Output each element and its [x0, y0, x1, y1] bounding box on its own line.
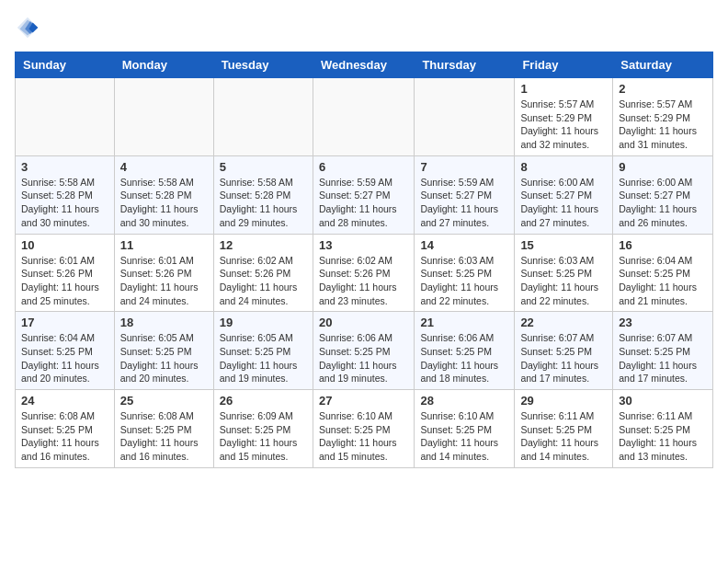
- day-info: Sunrise: 6:09 AM Sunset: 5:25 PM Dayligh…: [220, 409, 307, 464]
- day-number: 3: [21, 160, 108, 174]
- calendar-cell: 24Sunrise: 6:08 AM Sunset: 5:25 PM Dayli…: [16, 390, 115, 468]
- day-number: 29: [520, 394, 607, 408]
- day-info: Sunrise: 6:07 AM Sunset: 5:25 PM Dayligh…: [520, 331, 607, 385]
- day-info: Sunrise: 6:03 AM Sunset: 5:25 PM Dayligh…: [420, 254, 508, 308]
- day-number: 28: [420, 394, 508, 408]
- calendar-cell: 11Sunrise: 6:01 AM Sunset: 5:26 PM Dayli…: [114, 234, 213, 312]
- day-number: 16: [619, 238, 707, 252]
- day-header-saturday: Saturday: [613, 52, 713, 78]
- calendar-header-row: SundayMondayTuesdayWednesdayThursdayFrid…: [16, 52, 713, 78]
- day-info: Sunrise: 6:00 AM Sunset: 5:27 PM Dayligh…: [619, 176, 707, 230]
- calendar-table: SundayMondayTuesdayWednesdayThursdayFrid…: [15, 52, 713, 468]
- calendar-cell: 4Sunrise: 5:58 AM Sunset: 5:28 PM Daylig…: [114, 155, 213, 234]
- day-info: Sunrise: 6:06 AM Sunset: 5:25 PM Dayligh…: [319, 331, 408, 385]
- day-number: 27: [319, 394, 408, 408]
- day-info: Sunrise: 5:58 AM Sunset: 5:28 PM Dayligh…: [120, 176, 208, 230]
- day-number: 20: [319, 316, 408, 329]
- day-info: Sunrise: 6:05 AM Sunset: 5:25 PM Dayligh…: [220, 331, 307, 385]
- day-number: 10: [21, 238, 108, 252]
- day-info: Sunrise: 6:06 AM Sunset: 5:25 PM Dayligh…: [420, 331, 508, 385]
- day-info: Sunrise: 5:59 AM Sunset: 5:27 PM Dayligh…: [420, 176, 508, 230]
- day-header-sunday: Sunday: [16, 52, 115, 78]
- day-info: Sunrise: 6:00 AM Sunset: 5:27 PM Dayligh…: [520, 176, 607, 230]
- calendar-week-4: 17Sunrise: 6:04 AM Sunset: 5:25 PM Dayli…: [16, 312, 713, 390]
- day-number: 13: [319, 238, 408, 252]
- day-info: Sunrise: 5:59 AM Sunset: 5:27 PM Dayligh…: [319, 176, 408, 230]
- day-info: Sunrise: 6:03 AM Sunset: 5:25 PM Dayligh…: [520, 254, 607, 308]
- calendar-cell: [213, 78, 313, 156]
- day-info: Sunrise: 6:11 AM Sunset: 5:25 PM Dayligh…: [520, 409, 607, 464]
- calendar-cell: 10Sunrise: 6:01 AM Sunset: 5:26 PM Dayli…: [16, 234, 115, 312]
- day-header-wednesday: Wednesday: [313, 52, 414, 78]
- calendar-cell: 7Sunrise: 5:59 AM Sunset: 5:27 PM Daylig…: [415, 155, 515, 234]
- day-number: 24: [21, 394, 108, 408]
- day-info: Sunrise: 6:01 AM Sunset: 5:26 PM Dayligh…: [21, 254, 108, 308]
- day-info: Sunrise: 5:58 AM Sunset: 5:28 PM Dayligh…: [220, 176, 307, 230]
- calendar-week-3: 10Sunrise: 6:01 AM Sunset: 5:26 PM Dayli…: [16, 234, 713, 312]
- day-number: 17: [21, 316, 108, 329]
- day-number: 11: [120, 238, 208, 252]
- day-number: 18: [120, 316, 208, 329]
- day-info: Sunrise: 6:10 AM Sunset: 5:25 PM Dayligh…: [420, 409, 508, 464]
- day-info: Sunrise: 6:04 AM Sunset: 5:25 PM Dayligh…: [21, 331, 108, 385]
- day-number: 8: [520, 160, 607, 174]
- calendar-cell: 27Sunrise: 6:10 AM Sunset: 5:25 PM Dayli…: [313, 390, 414, 468]
- calendar-cell: 16Sunrise: 6:04 AM Sunset: 5:25 PM Dayli…: [613, 234, 713, 312]
- calendar-cell: 26Sunrise: 6:09 AM Sunset: 5:25 PM Dayli…: [213, 390, 313, 468]
- day-number: 14: [420, 238, 508, 252]
- day-header-monday: Monday: [114, 52, 213, 78]
- calendar-cell: 9Sunrise: 6:00 AM Sunset: 5:27 PM Daylig…: [613, 155, 713, 234]
- day-info: Sunrise: 5:58 AM Sunset: 5:28 PM Dayligh…: [21, 176, 108, 230]
- calendar-cell: 20Sunrise: 6:06 AM Sunset: 5:25 PM Dayli…: [313, 312, 414, 390]
- calendar-cell: 3Sunrise: 5:58 AM Sunset: 5:28 PM Daylig…: [16, 155, 115, 234]
- day-header-tuesday: Tuesday: [213, 52, 313, 78]
- day-header-friday: Friday: [515, 52, 613, 78]
- day-number: 23: [619, 316, 707, 329]
- logo-icon: [15, 15, 40, 40]
- calendar-cell: 18Sunrise: 6:05 AM Sunset: 5:25 PM Dayli…: [114, 312, 213, 390]
- day-number: 25: [120, 394, 208, 408]
- day-number: 19: [220, 316, 307, 329]
- page-header: [15, 15, 713, 40]
- calendar-cell: 23Sunrise: 6:07 AM Sunset: 5:25 PM Dayli…: [613, 312, 713, 390]
- day-info: Sunrise: 6:08 AM Sunset: 5:25 PM Dayligh…: [21, 409, 108, 464]
- day-info: Sunrise: 6:11 AM Sunset: 5:25 PM Dayligh…: [619, 409, 707, 464]
- day-info: Sunrise: 5:57 AM Sunset: 5:29 PM Dayligh…: [520, 98, 607, 152]
- logo: [15, 15, 44, 40]
- calendar-cell: 5Sunrise: 5:58 AM Sunset: 5:28 PM Daylig…: [213, 155, 313, 234]
- day-number: 30: [619, 394, 707, 408]
- day-number: 6: [319, 160, 408, 174]
- day-info: Sunrise: 6:07 AM Sunset: 5:25 PM Dayligh…: [619, 331, 707, 385]
- day-number: 5: [220, 160, 307, 174]
- day-number: 26: [220, 394, 307, 408]
- day-number: 15: [520, 238, 607, 252]
- calendar-cell: 21Sunrise: 6:06 AM Sunset: 5:25 PM Dayli…: [415, 312, 515, 390]
- day-number: 4: [120, 160, 208, 174]
- day-info: Sunrise: 6:02 AM Sunset: 5:26 PM Dayligh…: [220, 254, 307, 308]
- calendar-cell: 28Sunrise: 6:10 AM Sunset: 5:25 PM Dayli…: [415, 390, 515, 468]
- day-info: Sunrise: 6:01 AM Sunset: 5:26 PM Dayligh…: [120, 254, 208, 308]
- day-info: Sunrise: 6:05 AM Sunset: 5:25 PM Dayligh…: [120, 331, 208, 385]
- day-info: Sunrise: 6:02 AM Sunset: 5:26 PM Dayligh…: [319, 254, 408, 308]
- calendar-cell: [313, 78, 414, 156]
- calendar-cell: [16, 78, 115, 156]
- day-number: 1: [520, 82, 607, 96]
- calendar-cell: [415, 78, 515, 156]
- calendar-week-2: 3Sunrise: 5:58 AM Sunset: 5:28 PM Daylig…: [16, 155, 713, 234]
- calendar-cell: 1Sunrise: 5:57 AM Sunset: 5:29 PM Daylig…: [515, 78, 613, 156]
- calendar-cell: 15Sunrise: 6:03 AM Sunset: 5:25 PM Dayli…: [515, 234, 613, 312]
- day-header-thursday: Thursday: [415, 52, 515, 78]
- day-info: Sunrise: 6:08 AM Sunset: 5:25 PM Dayligh…: [120, 409, 208, 464]
- calendar-cell: 25Sunrise: 6:08 AM Sunset: 5:25 PM Dayli…: [114, 390, 213, 468]
- day-info: Sunrise: 5:57 AM Sunset: 5:29 PM Dayligh…: [619, 98, 707, 152]
- calendar-cell: 19Sunrise: 6:05 AM Sunset: 5:25 PM Dayli…: [213, 312, 313, 390]
- day-number: 9: [619, 160, 707, 174]
- calendar-cell: 17Sunrise: 6:04 AM Sunset: 5:25 PM Dayli…: [16, 312, 115, 390]
- calendar-cell: 6Sunrise: 5:59 AM Sunset: 5:27 PM Daylig…: [313, 155, 414, 234]
- day-number: 22: [520, 316, 607, 329]
- calendar-week-5: 24Sunrise: 6:08 AM Sunset: 5:25 PM Dayli…: [16, 390, 713, 468]
- day-number: 2: [619, 82, 707, 96]
- calendar-cell: 8Sunrise: 6:00 AM Sunset: 5:27 PM Daylig…: [515, 155, 613, 234]
- calendar-cell: 29Sunrise: 6:11 AM Sunset: 5:25 PM Dayli…: [515, 390, 613, 468]
- calendar-cell: 13Sunrise: 6:02 AM Sunset: 5:26 PM Dayli…: [313, 234, 414, 312]
